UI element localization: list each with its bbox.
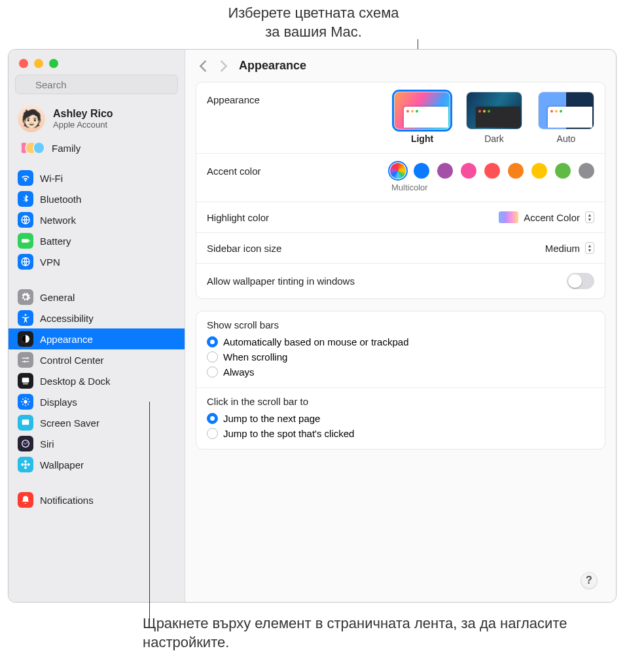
- accent-swatch[interactable]: [484, 163, 500, 179]
- globe-icon: [18, 212, 33, 228]
- sidebar-item-label: Battery: [40, 236, 71, 247]
- sidebar-item-displays[interactable]: Displays: [9, 391, 185, 412]
- scrollbars-option[interactable]: Automatically based on mouse or trackpad: [207, 334, 594, 349]
- radio-icon: [207, 336, 218, 347]
- sidebar-item-label: Siri: [40, 438, 54, 450]
- sidebar-item-battery[interactable]: Battery: [9, 230, 185, 251]
- sidebar-item-label: Wi-Fi: [40, 173, 63, 184]
- bluetooth-icon: [18, 191, 33, 207]
- sliders-icon: [18, 352, 33, 368]
- accent-swatch[interactable]: [508, 163, 524, 179]
- accent-swatches: [390, 163, 594, 179]
- avatar: 🧑🏻: [18, 105, 45, 132]
- svg-point-14: [24, 461, 27, 463]
- appearance-options: LightDarkAuto: [394, 92, 594, 144]
- radio-icon: [207, 428, 218, 439]
- accent-swatch[interactable]: [531, 163, 547, 179]
- family-avatars-icon: [18, 140, 45, 156]
- radio-icon: [207, 413, 218, 424]
- sidebar: 🧑🏻 Ashley Rico Apple Account Family Wi-F…: [9, 50, 185, 602]
- sidebar-item-wallpaper[interactable]: Wallpaper: [9, 454, 185, 475]
- family-item[interactable]: Family: [9, 136, 185, 162]
- sidebar-item-label: Wallpaper: [40, 459, 84, 470]
- appearance-option-label: Auto: [538, 133, 594, 144]
- apple-account[interactable]: 🧑🏻 Ashley Rico Apple Account: [9, 101, 185, 136]
- sidebar-item-general[interactable]: General: [9, 287, 185, 308]
- account-name: Ashley Rico: [53, 108, 113, 120]
- appearance-option-light[interactable]: Light: [394, 92, 450, 144]
- sidebar-item-label: Displays: [40, 397, 77, 408]
- sidebar-item-label: VPN: [40, 256, 60, 268]
- appearance-icon: [18, 331, 33, 347]
- svg-rect-1: [22, 239, 29, 243]
- back-button[interactable]: [198, 60, 207, 72]
- accent-swatch[interactable]: [461, 163, 476, 179]
- highlight-value: Accent Color: [524, 212, 580, 223]
- sidebar-item-wi-fi[interactable]: Wi-Fi: [9, 168, 185, 188]
- appearance-option-label: Dark: [466, 133, 522, 144]
- sidebar-item-vpn[interactable]: VPN: [9, 251, 185, 272]
- sidebar-item-network[interactable]: Network: [9, 209, 185, 230]
- sidebar-item-label: Bluetooth: [40, 194, 81, 205]
- sidebar-size-select[interactable]: Medium ▲▼: [545, 242, 594, 254]
- sidebar-item-control-center[interactable]: Control Center: [9, 349, 185, 370]
- sidebar-item-siri[interactable]: Siri: [9, 433, 185, 454]
- svg-point-15: [24, 467, 27, 469]
- chevron-updown-icon: ▲▼: [585, 211, 594, 223]
- siri-icon: [18, 436, 33, 451]
- minimize-button[interactable]: [34, 59, 43, 68]
- close-button[interactable]: [19, 59, 28, 68]
- gear-icon: [18, 289, 33, 305]
- svg-rect-8: [22, 378, 29, 383]
- highlight-swatch-icon: [499, 211, 518, 223]
- svg-point-4: [25, 314, 27, 316]
- accessibility-icon: [18, 310, 33, 326]
- sidebar-item-accessibility[interactable]: Accessibility: [9, 308, 185, 328]
- sidebar-item-label: Desktop & Dock: [40, 376, 111, 387]
- search-input[interactable]: [15, 75, 178, 94]
- sidebar-item-label: Accessibility: [40, 313, 94, 324]
- sidebar-item-label: Screen Saver: [40, 417, 99, 429]
- fullscreen-button[interactable]: [49, 59, 58, 68]
- highlight-select[interactable]: Accent Color ▲▼: [499, 211, 594, 223]
- accent-swatch[interactable]: [390, 163, 406, 179]
- tinting-toggle[interactable]: [567, 273, 594, 289]
- accent-swatch[interactable]: [579, 163, 594, 179]
- appearance-option-auto[interactable]: Auto: [538, 92, 594, 144]
- appearance-thumb-icon: [394, 92, 450, 130]
- appearance-label: Appearance: [207, 92, 260, 105]
- svg-point-16: [21, 463, 24, 466]
- scroll-panel: Show scroll bars Automatically based on …: [196, 311, 605, 450]
- scrollclick-option[interactable]: Jump to the spot that's clicked: [207, 426, 594, 441]
- sidebar-item-desktop-dock[interactable]: Desktop & Dock: [9, 370, 185, 391]
- svg-point-10: [24, 400, 27, 404]
- appearance-option-dark[interactable]: Dark: [466, 92, 522, 144]
- forward-button[interactable]: [219, 60, 228, 72]
- tinting-label: Allow wallpaper tinting in windows: [207, 275, 355, 287]
- window-controls: [9, 50, 185, 75]
- callout-bottom: Щракнете върху елемент в страничната лен…: [0, 608, 627, 665]
- sidebar-item-notifications[interactable]: Notifications: [9, 489, 185, 510]
- scrollclick-option[interactable]: Jump to the next page: [207, 411, 594, 426]
- accent-swatch[interactable]: [437, 163, 453, 179]
- scrollbars-option[interactable]: When scrolling: [207, 349, 594, 364]
- sidebar-item-label: Control Center: [40, 355, 104, 366]
- callout-top: Изберете цветната схема за вашия Mac.: [0, 0, 406, 44]
- chevron-updown-icon: ▲▼: [585, 242, 594, 254]
- accent-swatch[interactable]: [414, 163, 429, 179]
- sidebar-item-appearance[interactable]: Appearance: [9, 328, 185, 349]
- radio-label: Always: [223, 366, 255, 378]
- sidebar-item-bluetooth[interactable]: Bluetooth: [9, 188, 185, 209]
- battery-icon: [18, 233, 33, 249]
- svg-rect-9: [23, 383, 28, 384]
- accent-swatch[interactable]: [555, 163, 571, 179]
- help-button[interactable]: ?: [581, 572, 598, 589]
- page-title: Appearance: [239, 59, 306, 73]
- sidebar-item-screen-saver[interactable]: Screen Saver: [9, 412, 185, 433]
- accent-label: Accent color: [207, 163, 261, 177]
- radio-label: When scrolling: [223, 351, 287, 363]
- scrollbars-option[interactable]: Always: [207, 364, 594, 380]
- wifi-icon: [18, 170, 33, 186]
- brightness-icon: [18, 394, 33, 410]
- radio-icon: [207, 351, 218, 363]
